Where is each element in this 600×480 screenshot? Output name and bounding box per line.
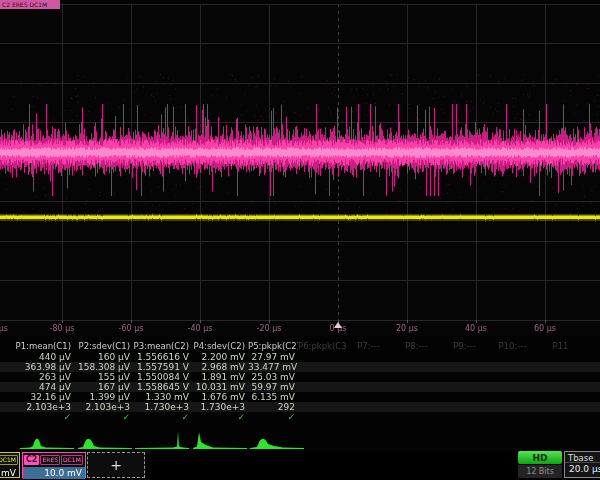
measure-value: 25.03 mV — [248, 372, 298, 382]
measure-value: 1.891 mV — [192, 372, 248, 382]
time-axis-label: -100 µs — [0, 324, 8, 333]
measure-value: 363.98 µV — [0, 362, 74, 372]
waveform-grid[interactable]: C2 ERES DC1M — [0, 0, 600, 336]
measure-status-check: ✓ — [248, 412, 298, 422]
measure-value: 155 µV — [74, 372, 133, 382]
measure-value: 474 µV — [0, 382, 74, 392]
measure-param-header-inactive[interactable]: P11 — [538, 341, 586, 351]
histicon-p3[interactable] — [135, 429, 190, 449]
axis-tick — [476, 320, 477, 323]
measure-param-header-inactive[interactable]: P9:--- — [442, 341, 490, 351]
axis-tick — [62, 320, 63, 323]
c2-eres-badge: ERES — [40, 455, 60, 465]
measure-param-header-inactive[interactable]: P7:--- — [346, 341, 394, 351]
oscilloscope-screen: C2 ERES DC1M -100 µs-80 µs-60 µs-40 µs-2… — [0, 0, 600, 480]
measure-value: 160 µV — [74, 352, 133, 362]
c2-scale-value: 10.0 mV — [23, 467, 85, 479]
axis-tick — [131, 320, 132, 323]
measure-value: 167 µV — [74, 382, 133, 392]
hd-mode-badge[interactable]: HD — [518, 451, 562, 464]
measure-value: 10.031 mV — [192, 382, 248, 392]
histicon-p1[interactable] — [20, 429, 75, 449]
measure-table: P1:mean(C1)P2:sdev(C1)P3:mean(C2)P4:sdev… — [0, 340, 600, 428]
axis-tick — [269, 320, 270, 323]
hd-bits-label: 12 Bits — [518, 465, 562, 478]
axis-tick — [545, 320, 546, 323]
measure-value: 1.676 mV — [192, 392, 248, 402]
measure-param-header-inactive[interactable]: P8:--- — [394, 341, 442, 351]
measure-value: 33.477 mV — [248, 362, 298, 372]
measure-value: 6.135 mV — [248, 392, 298, 402]
channel-c2-descriptor[interactable]: C2 ERES DC1M 10.0 mV — [22, 452, 86, 478]
c1-coupling-badge: DC1M — [0, 455, 18, 465]
measure-value: 32.16 µV — [0, 392, 74, 402]
timebase-title: Tbase — [565, 452, 600, 463]
measure-status-check: ✓ — [74, 412, 133, 422]
timebase-descriptor[interactable]: Tbase 20.0 µs — [564, 451, 600, 478]
measure-value: 1.558645 V — [133, 382, 192, 392]
measure-value: 1.557591 V — [133, 362, 192, 372]
histicon-p4[interactable] — [193, 429, 248, 449]
c2-channel-badge: C2 — [24, 455, 39, 465]
measure-param-header[interactable]: P2:sdev(C1) — [74, 341, 133, 351]
measure-value: 27.97 mV — [248, 352, 298, 362]
time-axis-label: -80 µs — [50, 324, 75, 333]
waveform-canvas[interactable] — [0, 0, 600, 336]
histicon-p2[interactable] — [78, 429, 133, 449]
measure-status-check: ✓ — [192, 412, 248, 422]
axis-tick — [407, 320, 408, 323]
measure-value: 1.730e+3 — [133, 402, 192, 412]
c2-coupling-badge: DC1M — [61, 455, 83, 465]
measure-value: 263 µV — [0, 372, 74, 382]
measure-value: 292 — [248, 402, 298, 412]
measure-value: 1.730e+3 — [192, 402, 248, 412]
measure-param-header-inactive[interactable]: P10:--- — [490, 341, 538, 351]
measure-value: 1.556616 V — [133, 352, 192, 362]
time-axis-label: 40 µs — [465, 324, 487, 333]
timebase-value: 20.0 µs — [565, 463, 600, 474]
measure-param-header-inactive[interactable]: P6:pkpk(C3) — [298, 341, 346, 351]
measure-value: 2.103e+3 — [0, 402, 74, 412]
measure-value: 1.550084 V — [133, 372, 192, 382]
add-trace-button[interactable]: + — [87, 452, 145, 478]
histicon-p5[interactable] — [250, 429, 305, 449]
axis-tick — [200, 320, 201, 323]
c1-scale-value: 10.0 mV — [0, 467, 19, 479]
time-axis-label: 20 µs — [396, 324, 418, 333]
time-axis-label: -20 µs — [257, 324, 282, 333]
time-axis-label: -60 µs — [119, 324, 144, 333]
measure-value: 158.308 µV — [74, 362, 133, 372]
measure-param-header[interactable]: P1:mean(C1) — [0, 341, 74, 351]
measure-param-header[interactable]: P4:sdev(C2) — [192, 341, 248, 351]
trigger-position-marker — [334, 322, 342, 328]
measure-param-header[interactable]: P3:mean(C2) — [133, 341, 192, 351]
histicon-row — [0, 428, 600, 450]
measure-value: 2.968 mV — [192, 362, 248, 372]
descriptor-bar: DC1M 10.0 mV C2 ERES DC1M 10.0 mV + HD 1… — [0, 450, 600, 480]
measure-value: 59.97 mV — [248, 382, 298, 392]
measure-value: 2.103e+3 — [74, 402, 133, 412]
channel-c1-descriptor[interactable]: DC1M 10.0 mV — [0, 452, 20, 478]
time-axis-label: 60 µs — [534, 324, 556, 333]
plus-icon: + — [110, 457, 122, 473]
measure-value: 1.330 mV — [133, 392, 192, 402]
measure-value: 440 µV — [0, 352, 74, 362]
measure-value: 1.399 µV — [74, 392, 133, 402]
measure-value: 2.200 mV — [192, 352, 248, 362]
measure-status-check: ✓ — [133, 412, 192, 422]
time-axis-label: -40 µs — [188, 324, 213, 333]
measure-param-header[interactable]: P5:pkpk(C2) — [248, 341, 298, 351]
measure-status-check: ✓ — [0, 412, 74, 422]
trace-annotation-badge: C2 ERES DC1M — [0, 0, 60, 9]
time-axis: -100 µs-80 µs-60 µs-40 µs-20 µs0 µs20 µs… — [0, 320, 600, 338]
